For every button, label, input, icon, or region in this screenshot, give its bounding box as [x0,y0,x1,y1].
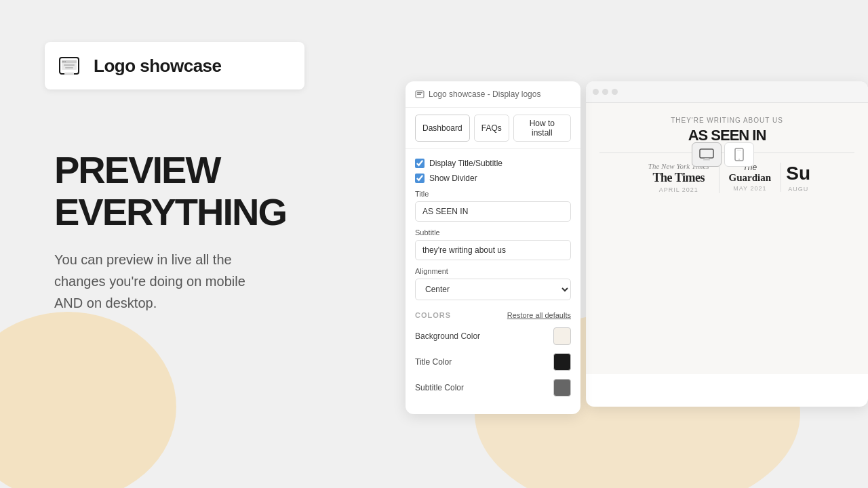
subtitle-color-label: Subtitle Color [415,383,464,392]
checkbox-show-divider[interactable] [415,174,425,183]
logo-times-date: APRIL 2021 [659,186,698,193]
panel-body: Display Title/Subtitle Show Divider Titl… [406,149,580,414]
settings-panel: Logo showcase - Display logos Dashboard … [406,81,580,414]
tab-dashboard[interactable]: Dashboard [415,115,470,142]
browser-dot-3 [612,89,618,95]
subtitle-color-row: Subtitle Color [415,379,571,396]
subtitle-color-swatch[interactable] [553,379,571,396]
subtitle-field-label: Subtitle [415,228,571,237]
svg-rect-6 [65,67,73,68]
subtitle-input[interactable] [415,240,571,260]
mobile-icon [734,148,744,161]
checkbox-show-divider-label: Show Divider [429,174,477,183]
background-color-swatch[interactable] [553,327,571,345]
checkbox-display-title[interactable] [415,159,425,168]
alignment-select[interactable]: Left Center Right [415,279,571,300]
logo-guardian-date: MAY 2021 [733,185,766,192]
breadcrumb-icon [415,89,425,99]
logo-item-sun: Su AUGU [781,163,815,192]
mobile-view-button[interactable] [724,142,754,167]
left-content: PREVIEW EVERYTHING You can preview in li… [54,149,414,314]
tab-faqs[interactable]: FAQs [474,115,509,142]
background-color-row: Background Color [415,327,571,345]
header-bar: Logo showcase [45,42,304,89]
desktop-icon [699,148,714,161]
colors-header: COLORS Restore all defaults [415,311,571,319]
svg-rect-13 [705,158,709,159]
logo-times-name: The Times [653,171,705,185]
svg-rect-17 [737,150,741,150]
title-color-swatch[interactable] [553,353,571,371]
device-toggle [692,142,754,167]
preview-subtitle-text: they're writing about us [671,117,783,124]
preview-browser-bar [586,81,868,103]
svg-rect-10 [417,92,422,94]
breadcrumb-text: Logo showcase - Display logos [429,89,540,99]
svg-rect-8 [64,73,74,75]
logo-item-guardian: The Guardian MAY 2021 [719,163,782,192]
colors-section-label: COLORS [415,311,451,319]
title-color-label: Title Color [415,357,452,367]
tab-how-to-install[interactable]: How to install [513,115,571,142]
preview-area: they're writing about us AS SEEN IN The … [586,81,868,407]
svg-rect-11 [417,94,421,96]
logo-sun-name: Su [786,163,810,184]
browser-dot-2 [602,89,608,95]
panel-breadcrumb: Logo showcase - Display logos [406,81,580,108]
restore-defaults-link[interactable]: Restore all defaults [507,311,571,319]
svg-point-16 [738,159,740,160]
title-input[interactable] [415,201,571,222]
checkbox-display-title-label: Display Title/Subtitle [429,159,502,168]
svg-point-4 [64,61,66,62]
checkbox-display-title-row: Display Title/Subtitle [415,159,571,168]
logo-showcase-icon [57,54,81,78]
svg-rect-5 [64,64,75,66]
blob-left [0,312,176,488]
panel-tabs: Dashboard FAQs How to install [406,108,580,149]
title-field-label: Title [415,190,571,198]
checkbox-show-divider-row: Show Divider [415,174,571,183]
logo-guardian-name: Guardian [729,172,772,184]
preview-heading: PREVIEW EVERYTHING [54,149,414,232]
browser-dot-1 [593,89,599,95]
background-color-label: Background Color [415,331,480,341]
svg-rect-12 [700,149,713,158]
svg-rect-2 [62,60,77,63]
alignment-field-label: Alignment [415,267,571,275]
preview-subtext: You can preview in live all thechanges y… [54,249,414,314]
svg-point-3 [62,61,64,62]
header-title: Logo showcase [94,56,222,77]
logo-sun-date: AUGU [788,186,808,192]
title-color-row: Title Color [415,353,571,371]
desktop-view-button[interactable] [692,142,722,167]
svg-rect-14 [703,159,710,161]
